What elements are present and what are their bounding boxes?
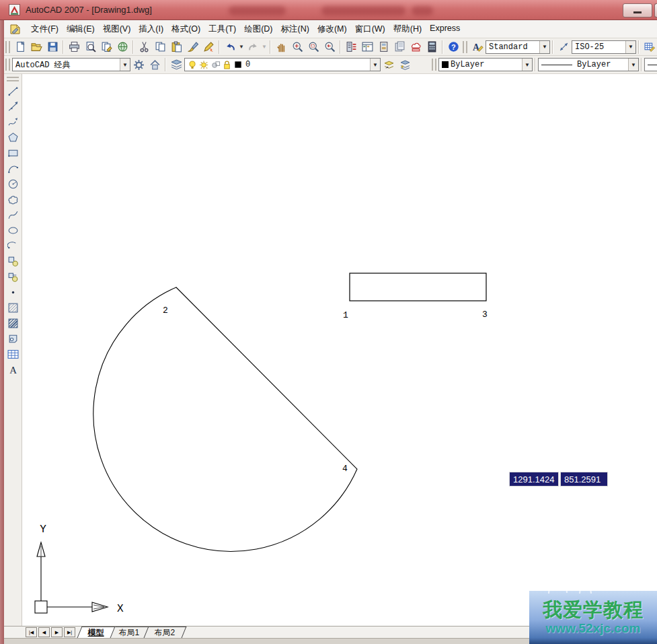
properties-button[interactable]: [343, 40, 359, 55]
circle-button[interactable]: [5, 177, 20, 190]
revision-cloud-button[interactable]: [5, 192, 20, 206]
chevron-down-icon[interactable]: ▼: [370, 59, 380, 71]
tab-first-button[interactable]: |◀: [26, 627, 37, 637]
chevron-down-icon[interactable]: ▼: [522, 59, 532, 71]
make-block-button[interactable]: [5, 270, 20, 283]
toolbar-grip[interactable]: [432, 59, 436, 71]
ellipse-button[interactable]: [5, 223, 20, 237]
paste-button[interactable]: [168, 40, 184, 55]
copy-button[interactable]: [152, 40, 168, 55]
help-button[interactable]: ?: [445, 40, 461, 55]
designcenter-button[interactable]: [359, 40, 375, 55]
quickcalc-button[interactable]: [424, 40, 440, 55]
menu-item-4[interactable]: 插入(I): [134, 21, 167, 38]
multiline-text-button[interactable]: A: [5, 363, 20, 376]
menu-item-5[interactable]: 格式(O): [167, 21, 204, 38]
rectangle-entity[interactable]: [350, 273, 486, 301]
rectangle-button[interactable]: [5, 146, 20, 159]
menu-item-3[interactable]: 视图(V): [99, 21, 135, 38]
undo-button[interactable]: [222, 40, 238, 55]
circle-chord-entity[interactable]: [93, 287, 357, 551]
markup-set-manager-button[interactable]: [408, 40, 424, 55]
ellipse-arc-button[interactable]: [5, 239, 20, 252]
gradient-button[interactable]: [5, 316, 20, 330]
linetype-combo[interactable]: ByLayer ▼: [538, 58, 639, 71]
polygon-button[interactable]: [5, 131, 20, 144]
sun-icon[interactable]: [199, 60, 209, 70]
toolbar-grip[interactable]: [5, 59, 10, 71]
match-properties-button[interactable]: [184, 40, 200, 55]
zoom-window-button[interactable]: [305, 40, 321, 55]
open-button[interactable]: [28, 40, 44, 55]
tab-last-button[interactable]: ▶|: [64, 627, 75, 637]
plot-preview-button[interactable]: [82, 40, 98, 55]
redo-button[interactable]: [245, 40, 261, 55]
line-button[interactable]: [5, 84, 20, 98]
caption-button-partial[interactable]: [654, 3, 657, 17]
chevron-down-icon[interactable]: ▼: [628, 59, 638, 71]
menu-item-11[interactable]: 帮助(H): [389, 21, 426, 38]
dim-style-combo[interactable]: ISO-25 ▼: [572, 40, 636, 54]
menu-item-2[interactable]: 编辑(E): [63, 21, 99, 38]
tool-palettes-button[interactable]: [375, 40, 391, 55]
point-button[interactable]: [5, 285, 20, 299]
toolbar-grip[interactable]: [463, 41, 467, 53]
menu-item-10[interactable]: 窗口(W): [351, 21, 389, 38]
construction-line-button[interactable]: [5, 100, 20, 113]
workspace-combo[interactable]: AutoCAD 经典 ▼: [12, 58, 130, 71]
plot-button[interactable]: [66, 40, 82, 55]
insert-block-button[interactable]: [5, 254, 20, 268]
chevron-down-icon[interactable]: ▼: [539, 41, 549, 53]
save-button[interactable]: [44, 40, 61, 55]
drawing-canvas[interactable]: 1 2 3 4 Y X: [22, 74, 657, 626]
undo-dropdown-button[interactable]: ▼: [238, 40, 245, 55]
toolbar-grip[interactable]: [7, 77, 19, 81]
cut-button[interactable]: [136, 40, 152, 55]
bulb-icon[interactable]: [188, 60, 198, 70]
new-button[interactable]: [12, 40, 28, 55]
menu-item-6[interactable]: 工具(T): [204, 21, 240, 38]
tab-next-button[interactable]: ▶: [51, 627, 63, 637]
region-button[interactable]: [5, 332, 20, 345]
dynamic-input-x-field[interactable]: 1291.1424: [509, 472, 559, 487]
workspace-settings-button[interactable]: [130, 57, 147, 72]
table-style-button[interactable]: [642, 40, 657, 55]
color-swatch-icon[interactable]: [233, 60, 243, 70]
toolbar-grip[interactable]: [5, 41, 10, 53]
tab-布局2[interactable]: 布局2: [143, 627, 186, 638]
lineweight-combo[interactable]: [644, 58, 657, 71]
menu-item-1[interactable]: 文件(F): [27, 21, 63, 38]
zoom-previous-button[interactable]: [321, 40, 338, 55]
sheetset-manager-button[interactable]: [391, 40, 408, 55]
object-color-combo[interactable]: ByLayer ▼: [438, 58, 533, 71]
layer-combo[interactable]: 0 ▼: [184, 58, 381, 71]
text-style-button[interactable]: A: [469, 40, 486, 55]
layer-properties-button[interactable]: [168, 57, 184, 72]
dynamic-input-y-field[interactable]: 851.2591: [560, 472, 608, 487]
hatch-button[interactable]: [5, 301, 20, 314]
menu-item-7[interactable]: 绘图(D): [240, 21, 276, 38]
minimize-button[interactable]: [623, 3, 652, 17]
menu-item-9[interactable]: 修改(M): [313, 21, 351, 38]
block-editor-button[interactable]: [200, 40, 217, 55]
polyline-button[interactable]: [5, 115, 20, 129]
chevron-down-icon[interactable]: ▼: [120, 59, 130, 71]
sun-viewport-icon[interactable]: [210, 60, 221, 70]
menu-item-8[interactable]: 标注(N): [277, 21, 313, 38]
tab-prev-button[interactable]: ◀: [38, 627, 50, 637]
publish-button[interactable]: [98, 40, 114, 55]
lock-icon[interactable]: [222, 60, 232, 70]
menu-item-12[interactable]: Express: [426, 21, 464, 38]
zoom-realtime-button[interactable]: [289, 40, 305, 55]
spline-button[interactable]: [5, 208, 20, 221]
chevron-down-icon[interactable]: ▼: [625, 41, 635, 53]
tab-模型[interactable]: 模型: [77, 627, 116, 638]
3d-dwf-button[interactable]: [114, 40, 130, 55]
redo-dropdown-button[interactable]: ▼: [261, 40, 268, 55]
arc-button[interactable]: [5, 162, 20, 175]
pan-button[interactable]: [273, 40, 289, 55]
layer-previous-button[interactable]: [397, 57, 413, 72]
table-button[interactable]: [5, 347, 20, 361]
text-style-combo[interactable]: Standard ▼: [486, 40, 550, 54]
my-workspace-button[interactable]: [147, 57, 163, 72]
